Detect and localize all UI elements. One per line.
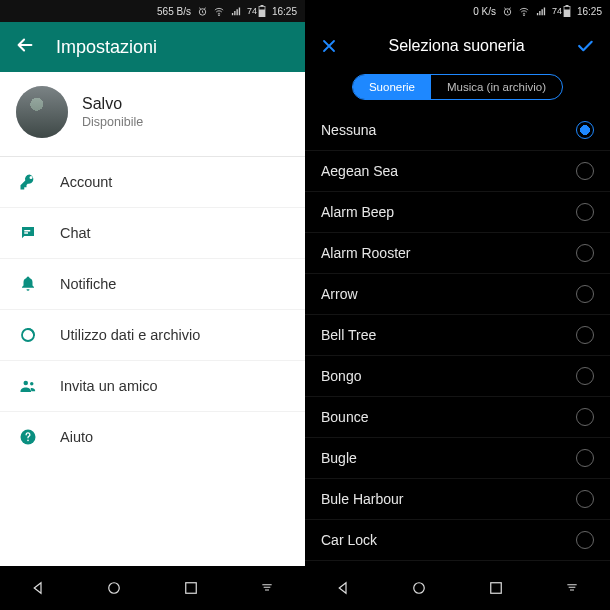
radio-icon xyxy=(576,244,594,262)
close-button[interactable] xyxy=(319,36,339,56)
nav-extra-button[interactable] xyxy=(255,576,279,600)
wifi-icon xyxy=(213,6,225,17)
svg-point-15 xyxy=(523,14,524,15)
svg-point-9 xyxy=(30,382,33,385)
radio-icon xyxy=(576,449,594,467)
people-icon xyxy=(18,377,38,395)
ringtone-label: Alarm Beep xyxy=(321,204,394,220)
ringtone-option[interactable]: Bounce xyxy=(305,396,610,437)
radio-icon xyxy=(576,285,594,303)
ringtone-picker-screen: 0 K/s 74 16:25 Seleziona suoneria xyxy=(305,0,610,610)
ringtone-option[interactable]: Car Lock xyxy=(305,519,610,560)
nav-recents-button[interactable] xyxy=(484,576,508,600)
nav-extra-button[interactable] xyxy=(560,576,584,600)
settings-item-chat[interactable]: Chat xyxy=(0,207,305,258)
svg-rect-18 xyxy=(564,10,570,18)
settings-item-label: Utilizzo dati e archivio xyxy=(60,327,200,343)
settings-item-help[interactable]: Aiuto xyxy=(0,411,305,462)
ringtone-option[interactable]: Nessuna xyxy=(305,110,610,150)
settings-item-invite[interactable]: Invita un amico xyxy=(0,360,305,411)
chat-icon xyxy=(18,224,38,242)
svg-point-19 xyxy=(414,583,425,594)
circle-home-icon xyxy=(410,579,428,597)
settings-item-label: Notifiche xyxy=(60,276,116,292)
status-bar: 0 K/s 74 16:25 xyxy=(305,0,610,22)
status-bar: 565 B/s 74 16:25 xyxy=(0,0,305,22)
svg-rect-4 xyxy=(259,10,265,18)
ringtone-label: Bongo xyxy=(321,368,361,384)
ringtone-label: Alarm Rooster xyxy=(321,245,410,261)
back-button[interactable] xyxy=(14,34,36,60)
ringtone-option[interactable]: Alarm Beep xyxy=(305,191,610,232)
square-recents-icon xyxy=(182,579,200,597)
battery-pct: 74 xyxy=(247,6,257,16)
nav-home-button[interactable] xyxy=(407,576,431,600)
alarm-icon xyxy=(197,6,208,17)
key-icon xyxy=(18,173,38,191)
picker-header: Seleziona suoneria xyxy=(305,22,610,70)
ringtone-option[interactable]: Bugle xyxy=(305,437,610,478)
ringtone-label: Nessuna xyxy=(321,122,376,138)
ringtone-option[interactable]: Arrow xyxy=(305,273,610,314)
arrow-left-icon xyxy=(14,34,36,56)
triangle-back-icon xyxy=(29,579,47,597)
whatsapp-settings-screen: 565 B/s 74 16:25 Impostazioni Salvo xyxy=(0,0,305,610)
avatar xyxy=(16,86,68,138)
tab-music[interactable]: Musica (in archivio) xyxy=(431,75,562,99)
ringtone-option[interactable]: Bule Harbour xyxy=(305,478,610,519)
android-navbar xyxy=(305,566,610,610)
profile-row[interactable]: Salvo Disponibile xyxy=(0,72,305,157)
clock: 16:25 xyxy=(272,6,297,17)
check-icon xyxy=(574,36,596,56)
nav-back-button[interactable] xyxy=(26,576,50,600)
ringtone-option[interactable]: Alarm Rooster xyxy=(305,232,610,273)
tab-ringtones[interactable]: Suonerie xyxy=(353,75,431,99)
settings-item-label: Chat xyxy=(60,225,91,241)
profile-text: Salvo Disponibile xyxy=(82,95,143,129)
ringtone-label: Aegean Sea xyxy=(321,163,398,179)
radio-icon xyxy=(576,162,594,180)
ringtone-label: Car Lock xyxy=(321,532,377,548)
radio-icon xyxy=(576,326,594,344)
ringtone-list[interactable]: Nessuna Aegean Sea Alarm Beep Alarm Roos… xyxy=(305,110,610,566)
profile-status: Disponibile xyxy=(82,115,143,129)
radio-icon xyxy=(576,490,594,508)
status-icons-group: 74 xyxy=(197,5,266,17)
settings-item-data-usage[interactable]: Utilizzo dati e archivio xyxy=(0,309,305,360)
ringtone-option[interactable]: Aegean Sea xyxy=(305,150,610,191)
svg-rect-6 xyxy=(24,232,28,234)
radio-icon xyxy=(576,408,594,426)
svg-point-8 xyxy=(24,381,29,386)
page-title: Impostazioni xyxy=(56,37,157,58)
confirm-button[interactable] xyxy=(574,36,596,56)
svg-rect-20 xyxy=(490,583,501,594)
stack-icon xyxy=(258,580,276,596)
stack-icon xyxy=(563,580,581,596)
profile-name: Salvo xyxy=(82,95,143,113)
svg-point-11 xyxy=(27,440,29,442)
nav-home-button[interactable] xyxy=(102,576,126,600)
net-speed: 0 K/s xyxy=(473,6,496,17)
clock: 16:25 xyxy=(577,6,602,17)
settings-item-account[interactable]: Account xyxy=(0,157,305,207)
nav-recents-button[interactable] xyxy=(179,576,203,600)
battery-icon: 74 xyxy=(552,5,571,17)
battery-pct: 74 xyxy=(552,6,562,16)
nav-back-button[interactable] xyxy=(331,576,355,600)
ringtone-label: Bounce xyxy=(321,409,368,425)
settings-item-notifications[interactable]: Notifiche xyxy=(0,258,305,309)
bell-icon xyxy=(18,275,38,293)
ringtone-label: Bugle xyxy=(321,450,357,466)
svg-point-1 xyxy=(218,14,219,15)
ringtone-option[interactable]: Bongo xyxy=(305,355,610,396)
picker-title: Seleziona suoneria xyxy=(388,37,524,55)
ringtone-label: Bule Harbour xyxy=(321,491,404,507)
data-icon xyxy=(18,326,38,344)
battery-icon: 74 xyxy=(247,5,266,17)
ringtone-label: Arrow xyxy=(321,286,358,302)
radio-selected-icon xyxy=(576,121,594,139)
circle-home-icon xyxy=(105,579,123,597)
square-recents-icon xyxy=(487,579,505,597)
signal-icon xyxy=(535,6,547,17)
ringtone-option[interactable]: Bell Tree xyxy=(305,314,610,355)
